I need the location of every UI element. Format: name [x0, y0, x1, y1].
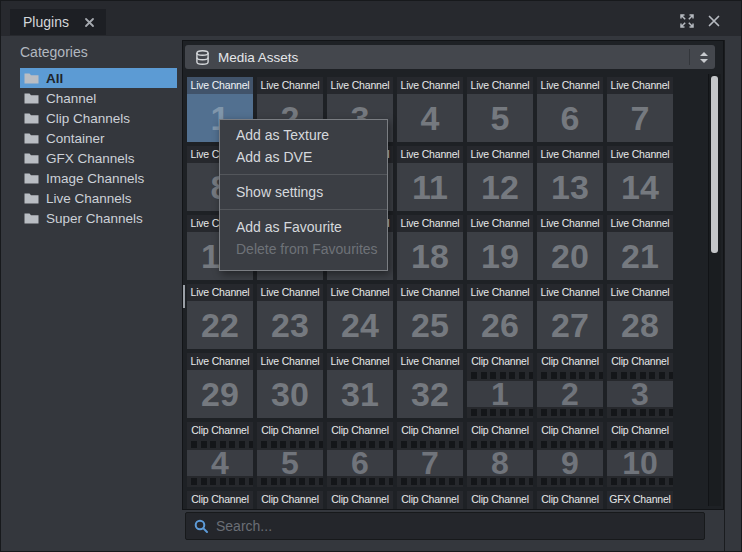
asset-tile[interactable]: Clip Channel 6	[327, 422, 393, 487]
maximize-icon[interactable]	[679, 13, 695, 29]
sidebar-category-item[interactable]: Super Channels	[20, 208, 177, 228]
asset-tile[interactable]: Live Channel 5	[467, 77, 533, 142]
asset-tile[interactable]: Clip Channel 1	[467, 353, 533, 418]
asset-tile[interactable]: Clip Channel	[257, 491, 323, 510]
asset-tile[interactable]: Clip Channel	[537, 491, 603, 510]
asset-tile[interactable]: Live Channel 22	[187, 284, 253, 349]
asset-tile-thumbnail: 7	[397, 439, 463, 487]
tab-close-icon[interactable]	[84, 17, 95, 28]
asset-tile[interactable]: Clip Channel	[327, 491, 393, 510]
asset-tile-thumbnail: 5	[467, 94, 533, 142]
context-menu-item[interactable]: Add as DVE	[220, 146, 387, 168]
asset-tile[interactable]: Live Channel 11	[397, 146, 463, 211]
asset-tile-number: 19	[467, 232, 533, 280]
sidebar-category-item[interactable]: All	[20, 68, 177, 88]
asset-tile-number: 8	[467, 439, 533, 487]
asset-tile[interactable]: Live Channel 13	[537, 146, 603, 211]
asset-tile-label: Clip Channel	[467, 491, 533, 508]
asset-tile[interactable]: Clip Channel 3	[607, 353, 673, 418]
asset-tile[interactable]: Clip Channel 2	[537, 353, 603, 418]
asset-tile-thumbnail	[607, 508, 673, 510]
asset-tile-label: Clip Channel	[607, 353, 673, 370]
asset-tile-label: Clip Channel	[537, 491, 603, 508]
asset-tile[interactable]: Live Channel 24	[327, 284, 393, 349]
sidebar-category-item[interactable]: Channel	[20, 88, 177, 108]
asset-tile[interactable]: Live Channel 29	[187, 353, 253, 418]
context-menu-item[interactable]: Add as Favourite	[220, 216, 387, 238]
asset-tile[interactable]: Live Channel 19	[467, 215, 533, 280]
asset-tile[interactable]: Live Channel 25	[397, 284, 463, 349]
asset-tile-label: Live Channel	[537, 215, 603, 232]
context-menu-separator	[220, 209, 387, 210]
search-input[interactable]	[216, 518, 704, 534]
scrollbar-thumb[interactable]	[711, 76, 718, 253]
asset-tile[interactable]: Clip Channel 4	[187, 422, 253, 487]
folder-icon	[24, 192, 39, 204]
scrollbar-track[interactable]	[708, 74, 721, 506]
asset-tile[interactable]: Live Channel 27	[537, 284, 603, 349]
asset-tile[interactable]: GFX Channel	[607, 491, 673, 510]
sidebar-category-item[interactable]: GFX Channels	[20, 148, 177, 168]
asset-tile-label: Live Channel	[467, 146, 533, 163]
asset-tile[interactable]: Live Channel 12	[467, 146, 533, 211]
asset-tile[interactable]: Live Channel 18	[397, 215, 463, 280]
asset-tile[interactable]: Clip Channel 7	[397, 422, 463, 487]
asset-tile-label: Live Channel	[257, 284, 323, 301]
asset-tile[interactable]: Live Channel 28	[607, 284, 673, 349]
asset-tile[interactable]: Live Channel 20	[537, 215, 603, 280]
asset-tile-number	[397, 508, 463, 510]
category-label: Live Channels	[46, 191, 132, 206]
asset-tile-thumbnail: 25	[397, 301, 463, 349]
dropdown-spinner-icon[interactable]	[700, 45, 708, 69]
asset-tile-label: Clip Channel	[397, 422, 463, 439]
asset-tile-number: 11	[397, 163, 463, 211]
asset-tile-label: Live Channel	[397, 353, 463, 370]
sidebar-category-item[interactable]: Clip Channels	[20, 108, 177, 128]
asset-tile[interactable]: Clip Channel 5	[257, 422, 323, 487]
asset-tile-thumbnail	[397, 508, 463, 510]
asset-tile-label: GFX Channel	[607, 491, 673, 508]
asset-tile[interactable]: Live Channel 6	[537, 77, 603, 142]
sidebar-category-item[interactable]: Image Channels	[20, 168, 177, 188]
sidebar-category-item[interactable]: Live Channels	[20, 188, 177, 208]
context-menu-item: Delete from Favourites	[220, 238, 387, 260]
asset-tile-thumbnail	[467, 508, 533, 510]
asset-tile-thumbnail: 26	[467, 301, 533, 349]
asset-tile[interactable]: Clip Channel	[467, 491, 533, 510]
search-bar	[185, 512, 705, 540]
close-icon[interactable]	[706, 13, 722, 29]
asset-tile-label: Live Channel	[187, 284, 253, 301]
asset-tile-thumbnail: 14	[607, 163, 673, 211]
asset-tile[interactable]: Live Channel 26	[467, 284, 533, 349]
asset-tile-number: 2	[537, 370, 603, 418]
asset-tile[interactable]: Clip Channel 10	[607, 422, 673, 487]
asset-tile-number: 26	[467, 301, 533, 349]
asset-tile[interactable]: Live Channel 30	[257, 353, 323, 418]
asset-tile[interactable]: Clip Channel 8	[467, 422, 533, 487]
asset-tile[interactable]: Live Channel 23	[257, 284, 323, 349]
asset-tile[interactable]: Live Channel 21	[607, 215, 673, 280]
asset-tile-label: Live Channel	[327, 77, 393, 94]
asset-type-dropdown[interactable]: Media Assets	[185, 45, 715, 69]
context-menu-item[interactable]: Show settings	[220, 181, 387, 203]
asset-tile-thumbnail: 11	[397, 163, 463, 211]
tab-plugins[interactable]: Plugins	[10, 9, 106, 35]
asset-tile-number: 21	[607, 232, 673, 280]
asset-tile[interactable]: Clip Channel 9	[537, 422, 603, 487]
sidebar-category-item[interactable]: Container	[20, 128, 177, 148]
asset-tile[interactable]: Live Channel 31	[327, 353, 393, 418]
asset-tile[interactable]: Clip Channel	[187, 491, 253, 510]
folder-icon	[24, 92, 39, 104]
asset-tile-label: Clip Channel	[397, 491, 463, 508]
asset-tile[interactable]: Live Channel 32	[397, 353, 463, 418]
asset-tile-thumbnail: 24	[327, 301, 393, 349]
asset-tile[interactable]: Clip Channel	[397, 491, 463, 510]
asset-tile-label: Live Channel	[537, 284, 603, 301]
asset-tile[interactable]: Live Channel 7	[607, 77, 673, 142]
context-menu-item[interactable]: Add as Texture	[220, 124, 387, 146]
asset-tile-thumbnail: 9	[537, 439, 603, 487]
asset-tile-label: Clip Channel	[187, 491, 253, 508]
asset-tile-label: Live Channel	[607, 215, 673, 232]
asset-tile[interactable]: Live Channel 14	[607, 146, 673, 211]
asset-tile[interactable]: Live Channel 4	[397, 77, 463, 142]
